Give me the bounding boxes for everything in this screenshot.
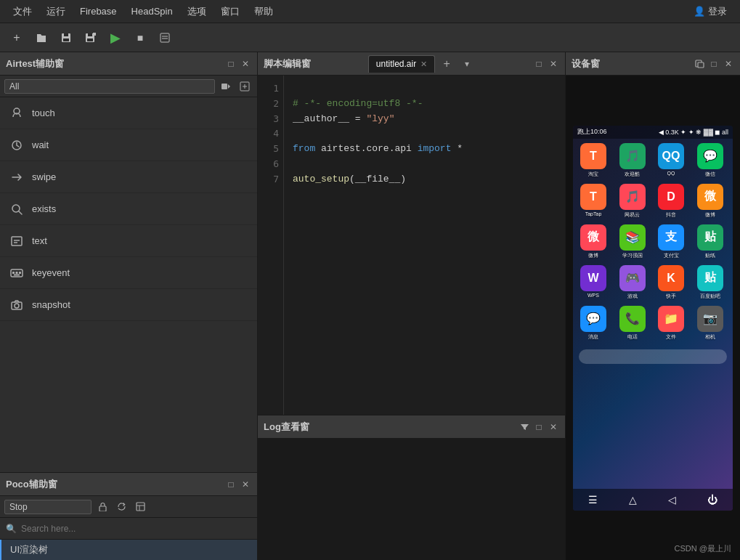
- device-restore-btn[interactable]: □: [708, 58, 720, 70]
- editor-panel: 脚本编辑窗 untitled.air ✕ + ▾ □ ✕: [258, 52, 565, 415]
- phone-app-icon[interactable]: 贴 贴纸: [694, 224, 726, 261]
- menu-run[interactable]: 运行: [39, 2, 73, 21]
- menu-file[interactable]: 文件: [6, 2, 39, 21]
- svg-rect-6: [160, 33, 169, 42]
- toolbar-report[interactable]: [154, 28, 176, 48]
- log-panel: Log查看窗 □ ✕: [258, 415, 565, 560]
- phone-app-icon[interactable]: 📁 文件: [655, 306, 687, 342]
- tab-name: untitled.air: [376, 59, 416, 69]
- phone-app-icon[interactable]: 🎵 欢迎酷: [617, 143, 648, 179]
- airtest-filter-select[interactable]: All: [4, 79, 215, 94]
- phone-app-icon[interactable]: QQ QQ: [655, 143, 687, 179]
- airtest-item-keyevent[interactable]: keyevent: [0, 257, 257, 289]
- editor-dropdown-btn[interactable]: ▾: [458, 55, 476, 73]
- phone-app-icon[interactable]: 微 微博: [694, 184, 726, 220]
- phone-app-icon[interactable]: 🎵 网易云: [617, 184, 648, 220]
- menu-help[interactable]: 帮助: [247, 2, 280, 21]
- svg-rect-24: [19, 272, 21, 274]
- line-numbers: 1 2 3 4 5 6 7: [258, 76, 284, 415]
- log-restore-btn[interactable]: □: [533, 421, 545, 433]
- touch-icon: [9, 105, 25, 121]
- login-label: 登录: [708, 5, 727, 18]
- phone-app-icon[interactable]: 📷 相机: [694, 306, 726, 342]
- phone-app-icon[interactable]: 微 微博: [577, 224, 609, 261]
- keyevent-icon: [9, 265, 25, 281]
- airtest-item-wait[interactable]: wait: [0, 129, 257, 161]
- phone-icons-grid: T 淘宝 🎵 欢迎酷 QQ QQ 💬 微信 T TapTap 🎵 网易云 D 抖…: [573, 139, 733, 346]
- airtest-item-swipe[interactable]: swipe: [0, 161, 257, 193]
- watermark: CSDN @最上川: [675, 543, 731, 554]
- nav-menu-icon[interactable]: ☰: [588, 494, 598, 506]
- phone-app-icon[interactable]: 📚 学习强国: [617, 224, 648, 261]
- poco-expand-btn[interactable]: [132, 499, 148, 515]
- phone-app-icon[interactable]: 🎮 游戏: [617, 265, 648, 301]
- menu-headspin[interactable]: HeadSpin: [124, 3, 180, 20]
- menu-options[interactable]: 选项: [180, 2, 214, 21]
- phone-app-icon[interactable]: 支 支付宝: [655, 224, 687, 261]
- toolbar-save[interactable]: [55, 28, 77, 48]
- phone-app-icon[interactable]: T 淘宝: [577, 143, 609, 179]
- snapshot-icon: [9, 297, 25, 313]
- menu-window[interactable]: 窗口: [214, 2, 247, 21]
- toolbar-stop[interactable]: ■: [129, 28, 151, 48]
- phone-app-icon[interactable]: T TapTap: [577, 184, 609, 220]
- code-area[interactable]: 1 2 3 4 5 6 7 # -*- encoding=utf8 -*- __…: [258, 76, 565, 415]
- phone-app-icon[interactable]: 📞 电话: [617, 306, 648, 342]
- svg-rect-2: [63, 38, 69, 41]
- log-filter-btn[interactable]: [519, 421, 530, 433]
- phone-app-icon[interactable]: K 快手: [655, 265, 687, 301]
- editor-restore-btn[interactable]: □: [533, 58, 545, 70]
- nav-back-icon[interactable]: ◁: [668, 494, 676, 506]
- tab-close-btn[interactable]: ✕: [420, 60, 427, 69]
- phone-app-icon[interactable]: 💬 消息: [577, 306, 609, 342]
- log-close-btn[interactable]: ✕: [548, 421, 559, 433]
- airtest-item-snapshot[interactable]: snapshot: [0, 289, 257, 321]
- device-close-btn[interactable]: ✕: [723, 58, 734, 70]
- airtest-close-btn[interactable]: ✕: [240, 58, 251, 70]
- login-button[interactable]: 👤 登录: [686, 2, 734, 21]
- phone-app-icon[interactable]: D 抖音: [655, 184, 687, 220]
- toolbar-run[interactable]: ▶: [105, 28, 126, 48]
- airtest-record-btn[interactable]: [218, 78, 234, 94]
- editor-close-btn[interactable]: ✕: [548, 58, 559, 70]
- log-content: [258, 439, 565, 560]
- poco-close-btn[interactable]: ✕: [240, 479, 251, 490]
- keyevent-label: keyevent: [32, 267, 70, 278]
- toolbar-save-as[interactable]: [80, 28, 102, 48]
- poco-lock-btn[interactable]: [94, 499, 110, 515]
- phone-app-icon[interactable]: 贴 百度贴吧: [694, 265, 726, 301]
- poco-refresh-btn[interactable]: [113, 499, 129, 515]
- airtest-restore-btn[interactable]: □: [225, 58, 237, 70]
- svg-rect-1: [64, 33, 68, 36]
- poco-restore-btn[interactable]: □: [225, 479, 237, 490]
- toolbar-open[interactable]: [31, 28, 52, 48]
- airtest-insert-btn[interactable]: [237, 78, 253, 94]
- airtest-title: Airtest辅助窗: [6, 57, 64, 70]
- phone-search-bar: [579, 349, 727, 364]
- phone-app-icon[interactable]: W WPS: [577, 265, 609, 301]
- nav-power-icon[interactable]: ⏻: [707, 494, 717, 506]
- text-label: text: [32, 235, 47, 246]
- nav-home-icon[interactable]: △: [629, 494, 637, 506]
- poco-search-input[interactable]: [21, 524, 251, 534]
- airtest-item-exists[interactable]: exists: [0, 193, 257, 225]
- wait-icon: [9, 137, 25, 153]
- poco-controls-row: Stop: [0, 496, 257, 518]
- svg-rect-9: [221, 84, 227, 89]
- airtest-panel-header: Airtest辅助窗 □ ✕: [0, 52, 257, 76]
- log-title: Log查看窗: [264, 421, 309, 434]
- toolbar-new[interactable]: +: [6, 28, 28, 48]
- phone-app-icon[interactable]: 💬 微信: [694, 143, 726, 179]
- tab-untitled[interactable]: untitled.air ✕: [368, 55, 435, 73]
- swipe-label: swipe: [32, 171, 56, 182]
- code-content[interactable]: # -*- encoding=utf8 -*- __author__ = "ly…: [284, 76, 565, 415]
- phone-status-bar: 跑上10:06 ◀ 0.3K ✦ ✦ ❋ ▓▓ ◼ all: [573, 126, 733, 139]
- editor-add-tab-btn[interactable]: +: [438, 55, 455, 73]
- airtest-item-text[interactable]: text: [0, 225, 257, 257]
- airtest-item-touch[interactable]: touch: [0, 97, 257, 129]
- poco-title: Poco辅助窗: [6, 478, 57, 491]
- poco-stop-select[interactable]: Stop: [4, 500, 92, 514]
- poco-tree-item[interactable]: UI渲染树: [0, 540, 257, 560]
- device-screen-btn[interactable]: [694, 58, 705, 70]
- menu-firebase[interactable]: Firebase: [73, 3, 124, 20]
